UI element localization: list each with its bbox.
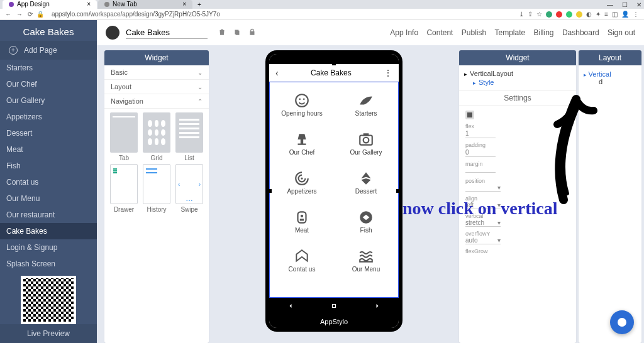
menu-billing[interactable]: Billing	[534, 28, 554, 37]
puzzle-icon[interactable]: ✦	[596, 11, 601, 18]
svg-rect-5	[364, 133, 369, 136]
chevron-down-icon: ▾	[497, 184, 501, 191]
menu-content[interactable]: Content	[426, 28, 453, 37]
download-icon[interactable]: ⤓	[519, 11, 524, 18]
resize-handle[interactable]	[332, 62, 336, 65]
background-color-swatch[interactable]	[465, 111, 474, 119]
trash-icon[interactable]	[218, 28, 226, 38]
phone-item-our-gallery[interactable]: Our Gallery	[334, 124, 398, 163]
share-icon[interactable]: ⇪	[528, 11, 533, 18]
accordion-basic[interactable]: Basic⌄	[104, 65, 209, 80]
browser-tab-inactive[interactable]: New Tab ×	[98, 0, 192, 9]
panel-icon[interactable]: ◫	[612, 11, 618, 18]
menu-icon[interactable]: ⋮	[633, 11, 639, 18]
resize-handle[interactable]	[396, 189, 400, 193]
resize-handle[interactable]	[332, 299, 336, 303]
sidebar-page[interactable]: Fish	[0, 158, 97, 174]
close-icon[interactable]: ×	[87, 0, 91, 9]
sidebar-page[interactable]: Our Chef	[0, 76, 97, 92]
phone-item-appetizers[interactable]: Appetizers	[270, 163, 334, 202]
ext-icon[interactable]	[556, 11, 562, 18]
sidebar-page[interactable]: Contat us	[0, 174, 97, 190]
widget-panel: Widget Basic⌄ Layout⌄ Navigation⌃ Tab Gr…	[104, 50, 209, 343]
sidebar-page[interactable]: Starters	[0, 60, 97, 76]
ext-icon[interactable]: ◐	[586, 11, 592, 18]
sidebar-page-active[interactable]: Cake Bakes	[0, 223, 97, 239]
widget-tab[interactable]: Tab	[109, 112, 138, 161]
padding-input[interactable]: 0	[465, 148, 496, 157]
star-icon[interactable]: ☆	[536, 11, 542, 18]
reload-icon[interactable]: ⟳	[28, 11, 33, 18]
tree-node-style[interactable]: ▸Style	[464, 78, 571, 87]
sidebar-page[interactable]: Login & Signup	[0, 239, 97, 256]
layout-node-vertical[interactable]: ▸ Vertical	[584, 70, 636, 78]
menu-publish[interactable]: Publish	[462, 28, 486, 37]
chat-fab[interactable]	[610, 310, 634, 334]
menu-template[interactable]: Template	[494, 28, 525, 37]
sidebar-page[interactable]: Dessert	[0, 125, 97, 141]
qr-code	[21, 276, 76, 324]
align-select[interactable]: left▾	[465, 202, 501, 209]
phone-item-starters[interactable]: Starters	[334, 85, 398, 124]
sidebar-page[interactable]: Our Menu	[0, 190, 97, 207]
forward-icon[interactable]: →	[16, 11, 23, 18]
ext-icon[interactable]	[576, 11, 582, 18]
phone-item-fish[interactable]: Fish	[334, 202, 398, 241]
more-icon[interactable]: ⋮	[384, 68, 392, 78]
resize-handle[interactable]	[268, 189, 272, 193]
sidebar-page[interactable]: Splash Screen	[0, 256, 97, 272]
add-page-label: Add Page	[24, 46, 57, 55]
flex-input[interactable]: 1	[465, 129, 496, 138]
menu-sign-out[interactable]: Sign out	[608, 28, 635, 37]
app-name-input[interactable]	[126, 26, 208, 39]
window-minimize-icon[interactable]: —	[607, 1, 613, 8]
add-page-button[interactable]: + Add Page	[0, 41, 97, 60]
copy-icon[interactable]	[233, 28, 242, 38]
lock-icon[interactable]	[248, 28, 257, 38]
widget-drawer[interactable]: Drawer	[109, 164, 138, 213]
widget-grid[interactable]: Grid	[142, 112, 171, 161]
layout-node-hidden[interactable]: d	[584, 78, 636, 85]
sidebar-page[interactable]: Meat	[0, 141, 97, 158]
vertical-select[interactable]: stretch▾	[465, 219, 501, 227]
ext-icon[interactable]	[546, 11, 552, 18]
phone-item-meat[interactable]: Meat	[270, 202, 334, 241]
new-tab-button[interactable]: +	[194, 1, 205, 8]
back-icon[interactable]: ←	[5, 11, 11, 18]
phone-item-our-menu[interactable]: Our Menu	[334, 241, 398, 280]
left-sidebar: Cake Bakes + Add Page Starters Our Chef …	[0, 20, 97, 343]
accordion-layout[interactable]: Layout⌄	[104, 80, 209, 94]
position-select[interactable]: ▾	[465, 184, 501, 192]
tree-node-root[interactable]: ▸VerticalLayout	[464, 69, 571, 78]
widget-history[interactable]: History	[142, 164, 171, 213]
close-icon[interactable]: ×	[182, 0, 186, 9]
widget-list[interactable]: List	[175, 112, 204, 161]
url-text[interactable]: appstylo.com/workspace/app/design/3gyPZj…	[48, 11, 515, 18]
nav-back-icon[interactable]	[287, 301, 294, 312]
phone-header: ‹ Cake Bakes ⋮	[269, 64, 399, 82]
live-preview-button[interactable]: Live Preview	[0, 324, 97, 343]
phone-item-our-chef[interactable]: Our Chef	[270, 124, 334, 163]
phone-item-dessert[interactable]: Dessert	[334, 163, 398, 202]
account-icon[interactable]: 👤	[621, 11, 629, 18]
sidebar-page[interactable]: Appetizers	[0, 109, 97, 125]
ext-icon[interactable]	[566, 11, 572, 18]
phone-content-grid[interactable]: Opening hours Starters Our Chef Our Gall…	[269, 82, 399, 298]
sidebar-page[interactable]: Our Gallery	[0, 92, 97, 109]
window-maximize-icon[interactable]: ☐	[622, 1, 628, 8]
overflowy-select[interactable]: auto▾	[465, 237, 501, 244]
margin-input[interactable]	[465, 171, 496, 173]
back-icon[interactable]: ‹	[275, 68, 279, 78]
window-close-icon[interactable]: ✕	[636, 1, 641, 8]
widget-swipe[interactable]: ‹›Swipe	[175, 164, 204, 213]
sidebar-page[interactable]: Our restaurant	[0, 207, 97, 223]
browser-tab-active[interactable]: App Design ×	[3, 0, 97, 9]
accordion-navigation[interactable]: Navigation⌃	[104, 94, 209, 109]
list-icon[interactable]: ≡	[604, 11, 608, 18]
menu-app-info[interactable]: App Info	[390, 28, 418, 37]
phone-item-opening-hours[interactable]: Opening hours	[270, 85, 334, 124]
nav-recent-icon[interactable]	[374, 301, 381, 312]
phone-item-contact-us[interactable]: Contat us	[270, 241, 334, 280]
menu-dashboard[interactable]: Dashboard	[562, 28, 599, 37]
field-padding: padding0	[465, 142, 570, 157]
